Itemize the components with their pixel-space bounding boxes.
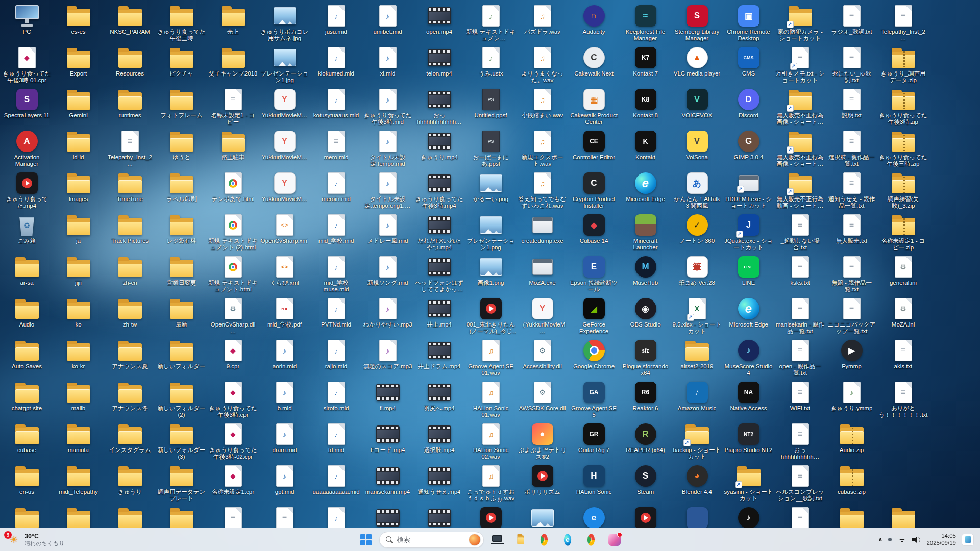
desktop-icon[interactable]: 選択肢.mp4 bbox=[413, 421, 465, 463]
desktop-icon[interactable]: ♫新規エクスポート.wav bbox=[517, 129, 568, 170]
desktop-icon[interactable]: K7Kontakt 7 bbox=[620, 45, 671, 87]
desktop-icon[interactable]: ja bbox=[53, 212, 104, 254]
desktop-icon[interactable]: ♫よりうまくなった。wav bbox=[517, 45, 568, 87]
desktop-icon[interactable]: MMuseHub bbox=[620, 254, 671, 296]
desktop-icon[interactable]: maniuta bbox=[53, 421, 104, 463]
desktop-icon[interactable]: ▦Cakewalk Product Center bbox=[568, 87, 620, 129]
desktop-icon[interactable]: RREAPER (x64) bbox=[620, 421, 671, 463]
desktop-icon[interactable]: MoZA.exe bbox=[517, 254, 568, 296]
desktop-icon[interactable]: ◆Cubase 14 bbox=[568, 212, 620, 254]
desktop-icon[interactable]: ♪gpt.mid bbox=[259, 463, 310, 505]
desktop-icon[interactable]: きゅうり食ってた.mp4 bbox=[1, 170, 53, 212]
desktop-icon[interactable]: ▣Chrome Remote Desktop bbox=[723, 3, 774, 45]
desktop-icon[interactable]: ≡Telepathy_Inst_2… bbox=[104, 129, 156, 170]
desktop-icon[interactable]: midi_Telepathy bbox=[53, 463, 104, 505]
desktop-icon[interactable]: X↗9.5.xlsx - ショートカット bbox=[671, 296, 723, 338]
desktop-icon[interactable]: ♪meroin.mid bbox=[310, 170, 362, 212]
desktop-icon[interactable]: teion.mp4 bbox=[413, 45, 465, 87]
desktop-icon[interactable]: おっhhhhhhhhhhhh… bbox=[413, 87, 465, 129]
start-button[interactable] bbox=[356, 530, 376, 550]
desktop-icon[interactable]: 路上駐車 bbox=[207, 129, 259, 170]
desktop-icon[interactable]: ♪sirofo.mid bbox=[310, 380, 362, 421]
desktop-icon[interactable]: LINELINE bbox=[723, 254, 774, 296]
desktop-icon[interactable]: PDFmid_学校.pdf bbox=[259, 296, 310, 338]
desktop-icon[interactable]: ♪td.mid bbox=[310, 421, 362, 463]
desktop-icon[interactable]: 001_東北きりたん(ノーマル)_今じゃ… bbox=[465, 296, 517, 338]
desktop-icon[interactable]: ♪umibet.mid bbox=[362, 3, 413, 45]
desktop-icon[interactable]: ≡Telepathy_Inst_2… bbox=[877, 3, 929, 45]
desktop-icon[interactable]: 父子キャンプ2018 bbox=[207, 45, 259, 87]
pinned-chrome-2-button[interactable] bbox=[581, 530, 601, 550]
desktop-icon[interactable]: ♪きゅうり食ってた午後3時.mid bbox=[362, 87, 413, 129]
desktop-icon[interactable]: ◆きゅうり食ってた午後3時-01.cpr bbox=[1, 45, 53, 87]
desktop-icon[interactable]: ≡おっhhhhhhhhhh… bbox=[774, 421, 826, 463]
desktop-icon[interactable]: 筆筆まめ Ver.28 bbox=[671, 254, 723, 296]
desktop-icon[interactable]: ⚙AWSSDK.Core.dll bbox=[517, 380, 568, 421]
desktop-icon[interactable]: プレゼンテーション1.jpg bbox=[259, 45, 310, 87]
desktop-icon[interactable]: 新しいフォルダー (3) bbox=[156, 421, 207, 463]
volume-icon[interactable] bbox=[912, 536, 921, 543]
desktop-icon[interactable]: ♫HALion Sonic 02.wav bbox=[465, 421, 517, 463]
desktop-icon[interactable]: ♪rajio.mid bbox=[310, 338, 362, 380]
desktop-icon[interactable]: ar-sa bbox=[1, 254, 53, 296]
desktop-icon[interactable]: ≡manisekarin - 親作品一覧.txt bbox=[774, 296, 826, 338]
desktop-icon[interactable]: ♪xl.mid bbox=[362, 45, 413, 87]
desktop-icon[interactable]: ≈Keepforest File Manager bbox=[620, 3, 671, 45]
desktop-icon[interactable]: EEpson 接続診断ツール bbox=[568, 254, 620, 296]
desktop-icon[interactable]: ♪aorin.mid bbox=[259, 338, 310, 380]
desktop-icon[interactable]: アナウンス夏 bbox=[104, 338, 156, 380]
desktop-icon[interactable]: 名称未設定1 - コピー.zip bbox=[877, 212, 929, 254]
desktop-icon[interactable]: ◆きゅうり食ってた午後3時.cpr bbox=[207, 380, 259, 421]
desktop-icon[interactable]: ♪mid_学校muse.mid bbox=[310, 254, 362, 296]
desktop-icon[interactable]: 画像1.png bbox=[465, 254, 517, 296]
desktop-icon[interactable]: ≡無人販売.txt bbox=[826, 212, 877, 254]
desktop-icon[interactable]: ≡通知うせえ - 親作品一覧.txt bbox=[826, 170, 877, 212]
desktop-icon[interactable]: ♪mid_学校.mid bbox=[310, 212, 362, 254]
desktop-icon[interactable]: VVOICEVOX bbox=[671, 87, 723, 129]
taskbar-clock[interactable]: 14:05 2025/09/19 bbox=[926, 533, 956, 546]
desktop-icon[interactable]: ⚙general.ini bbox=[877, 254, 929, 296]
desktop-icon[interactable]: <>OpenCvSharp.xml bbox=[259, 212, 310, 254]
desktop-icon[interactable]: 新規 テキストドキュメント (2).html bbox=[207, 212, 259, 254]
desktop-icon[interactable]: AActivation Manager bbox=[1, 129, 53, 170]
pinned-edge-button[interactable]: e bbox=[557, 530, 578, 550]
desktop-icon[interactable]: ♫小銭踏まい.wav bbox=[517, 87, 568, 129]
desktop-icon[interactable]: ≡ニコニコバックアップ一覧.txt bbox=[826, 296, 877, 338]
desktop-icon[interactable]: ≡選択肢 - 親作品一覧.txt bbox=[826, 129, 877, 170]
desktop-icon[interactable]: runtimes bbox=[104, 87, 156, 129]
tray-app-icon[interactable] bbox=[962, 534, 974, 546]
desktop-icon[interactable]: NANative Access bbox=[723, 380, 774, 421]
tray-chevron-up-icon[interactable]: ∧ bbox=[878, 536, 883, 543]
desktop-icon[interactable]: ♪uaaaaaaaaaa.mid bbox=[310, 463, 362, 505]
desktop-icon[interactable]: ▶Fymmp bbox=[826, 338, 877, 380]
desktop-icon[interactable]: 新しいフォルダー bbox=[156, 338, 207, 380]
desktop-icon[interactable]: K8Kontakt 8 bbox=[620, 87, 671, 129]
desktop-icon[interactable]: レジ袋有料 bbox=[156, 212, 207, 254]
desktop-icon[interactable]: ♪タイトル未設定.tempo.ong1.mid bbox=[362, 170, 413, 212]
desktop-icon[interactable]: きゅうりボカコレ用サムネ.jpg bbox=[259, 3, 310, 45]
desktop-icon[interactable]: CEController Editor bbox=[568, 129, 620, 170]
desktop-icon[interactable]: ≡ksks.txt bbox=[774, 254, 826, 296]
desktop-icon[interactable]: 最新 bbox=[156, 296, 207, 338]
desktop-icon[interactable]: ◕Blender 4.4 bbox=[671, 463, 723, 505]
desktop-icon[interactable]: TimeTune bbox=[104, 170, 156, 212]
desktop-icon[interactable]: ◉OBS Studio bbox=[620, 296, 671, 338]
desktop-icon[interactable]: PC bbox=[1, 3, 53, 45]
desktop-icon[interactable]: eMicrosoft Edge bbox=[723, 296, 774, 338]
desktop-icon[interactable]: ♫パズドラ.wav bbox=[517, 3, 568, 45]
desktop-icon[interactable]: ♪b.mid bbox=[259, 380, 310, 421]
desktop-icon[interactable]: id-id bbox=[53, 129, 104, 170]
desktop-icon[interactable]: ポリリリズム bbox=[517, 463, 568, 505]
desktop-icon[interactable]: YYukkuriMovieM… bbox=[259, 87, 310, 129]
desktop-icon[interactable]: ♪無題のスコア.mp3 bbox=[362, 338, 413, 380]
desktop-icon[interactable]: ◆名称未設定1.cpr bbox=[207, 463, 259, 505]
desktop-icon[interactable]: HHALion Sonic bbox=[568, 463, 620, 505]
desktop-icon[interactable]: fl.mp4 bbox=[362, 380, 413, 421]
desktop-icon[interactable]: ♪きゅうり.ymmp bbox=[826, 380, 877, 421]
desktop-icon[interactable]: CCakewalk Next bbox=[568, 45, 620, 87]
desktop-icon[interactable]: cubase.zip bbox=[826, 463, 877, 505]
desktop-icon[interactable]: ◆きゅうり食ってた午後3時-02.cpr bbox=[207, 421, 259, 463]
desktop-icon[interactable]: GAGroove Agent SE 5 bbox=[568, 380, 620, 421]
desktop-icon[interactable]: jijii bbox=[53, 254, 104, 296]
desktop-icon[interactable]: manisekarin.mp4 bbox=[362, 463, 413, 505]
